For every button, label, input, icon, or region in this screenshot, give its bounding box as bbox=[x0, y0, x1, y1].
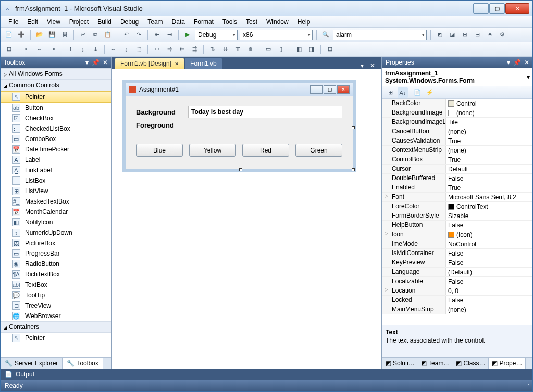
toolbox-item-tooltip[interactable]: 💬ToolTip bbox=[1, 290, 111, 300]
align-center-icon[interactable]: ↔ bbox=[34, 44, 45, 55]
toolbox-item-checkbox[interactable]: ☑CheckBox bbox=[1, 113, 111, 123]
button-red[interactable]: Red bbox=[242, 144, 289, 157]
designer-canvas[interactable]: Assignment#1 — ▢ ✕ Background Today is b… bbox=[112, 69, 381, 369]
menu-debug[interactable]: Debug bbox=[117, 17, 142, 27]
label-background[interactable]: Background bbox=[136, 108, 188, 116]
property-value[interactable]: False bbox=[446, 174, 532, 183]
tb-icon-2[interactable]: ◪ bbox=[447, 30, 457, 40]
pin-icon[interactable]: ▾ bbox=[507, 59, 510, 66]
toolbox-item-picturebox[interactable]: 🖼PictureBox bbox=[1, 238, 111, 248]
toolbox-item-webbrowser[interactable]: 🌐WebBrowser bbox=[1, 311, 111, 321]
property-value[interactable]: Control bbox=[446, 99, 532, 108]
property-row[interactable]: ImeModeNoControl bbox=[382, 239, 532, 249]
send-back-icon[interactable]: ◨ bbox=[306, 44, 317, 55]
property-row[interactable]: LockedFalse bbox=[382, 296, 532, 305]
toolbox-item-progressbar[interactable]: ▭ProgressBar bbox=[1, 248, 111, 259]
menu-help[interactable]: Help bbox=[294, 17, 314, 27]
pin-icon[interactable]: ▾ bbox=[85, 59, 89, 66]
property-value[interactable]: (none) bbox=[446, 108, 532, 117]
pane-tab[interactable]: 🔧Toolbox bbox=[62, 358, 103, 369]
properties-grid[interactable]: BackColorControlBackgroundImage(none)Bac… bbox=[382, 99, 532, 325]
tb-icon-5[interactable]: ✷ bbox=[485, 30, 495, 40]
pin-icon[interactable]: 📌 bbox=[92, 59, 100, 66]
new-project-icon[interactable]: 📄 bbox=[4, 30, 14, 40]
redo-icon[interactable]: ↷ bbox=[133, 30, 144, 40]
start-debug-icon[interactable]: ▶ bbox=[182, 30, 193, 40]
save-icon[interactable]: 💾 bbox=[47, 30, 57, 40]
property-value[interactable]: Tile bbox=[446, 118, 532, 127]
toolbox-tree[interactable]: ▷All Windows Forms◢Common Controls↖Point… bbox=[1, 68, 111, 357]
property-row[interactable]: BackgroundImageLaTile bbox=[382, 118, 532, 127]
doc-tabs-close-icon[interactable]: ✕ bbox=[367, 62, 378, 69]
resize-grip-icon[interactable]: ⋰ bbox=[524, 383, 528, 389]
center-v-icon[interactable]: ▯ bbox=[276, 44, 286, 55]
menu-test[interactable]: Test bbox=[242, 17, 261, 27]
property-value[interactable]: (Default) bbox=[446, 268, 532, 276]
same-size-icon[interactable]: ⬚ bbox=[133, 44, 144, 55]
property-row[interactable]: EnabledTrue bbox=[382, 183, 532, 193]
close-pane-icon[interactable]: ✕ bbox=[524, 59, 529, 66]
copy-icon[interactable]: ⧉ bbox=[90, 30, 101, 40]
property-value[interactable]: False bbox=[446, 296, 532, 305]
pane-tab[interactable]: ◩Team… bbox=[418, 358, 453, 369]
pane-tab[interactable]: ◩Prope… bbox=[488, 358, 526, 369]
property-row[interactable]: BackgroundImage(none) bbox=[382, 108, 532, 118]
menu-build[interactable]: Build bbox=[94, 17, 115, 27]
property-value[interactable]: False bbox=[446, 277, 532, 286]
toolbox-item-maskedtextbox[interactable]: #_MaskedTextBox bbox=[1, 196, 111, 207]
toolbox-item-linklabel[interactable]: A̲LinkLabel bbox=[1, 165, 111, 175]
button-blue[interactable]: Blue bbox=[136, 144, 183, 157]
align-middle-icon[interactable]: ↕ bbox=[78, 44, 88, 55]
toolbox-item-notifyicon[interactable]: ◧NotifyIcon bbox=[1, 217, 111, 227]
pane-tab[interactable]: 🔧Server Explorer bbox=[1, 358, 62, 369]
menu-format[interactable]: Format bbox=[190, 17, 217, 27]
toolbox-group[interactable]: ◢Containers bbox=[1, 321, 111, 333]
add-item-icon[interactable]: ➕ bbox=[16, 30, 27, 40]
save-all-icon[interactable]: 🗄 bbox=[59, 30, 70, 40]
center-h-icon[interactable]: ▭ bbox=[263, 44, 274, 55]
property-row[interactable]: Language(Default) bbox=[382, 268, 532, 277]
toolbox-group[interactable]: ◢Common Controls bbox=[1, 80, 111, 91]
property-value[interactable]: False bbox=[446, 258, 532, 267]
property-value[interactable]: False bbox=[446, 249, 532, 258]
document-tab[interactable]: Form1.vb [Design]✕ bbox=[115, 58, 184, 69]
toolbox-item-checkedlistbox[interactable]: ⋮≡CheckedListBox bbox=[1, 123, 111, 134]
hspace-remove-icon[interactable]: ⇶ bbox=[189, 44, 200, 55]
property-row[interactable]: ControlBoxTrue bbox=[382, 155, 532, 165]
tb-icon-3[interactable]: ⊞ bbox=[460, 30, 470, 40]
toolbox-item-richtextbox[interactable]: ¶ARichTextBox bbox=[1, 269, 111, 280]
property-row[interactable]: IsMdiContainerFalse bbox=[382, 249, 532, 258]
button-green[interactable]: Green bbox=[295, 144, 342, 157]
toolbox-item-numericupdown[interactable]: ↕NumericUpDown bbox=[1, 227, 111, 238]
property-row[interactable]: BackColorControl bbox=[382, 99, 532, 108]
property-value[interactable]: False bbox=[446, 221, 532, 230]
label-foreground[interactable]: Foreground bbox=[136, 121, 188, 129]
property-value[interactable]: 0, 0 bbox=[446, 286, 532, 295]
navigate-fwd-icon[interactable]: ⇥ bbox=[164, 30, 175, 40]
vspace-remove-icon[interactable]: ⤊ bbox=[245, 44, 255, 55]
align-right-icon[interactable]: ⇥ bbox=[47, 44, 57, 55]
tb-icon-4[interactable]: ⊟ bbox=[472, 30, 482, 40]
same-width-icon[interactable]: ↔ bbox=[108, 44, 119, 55]
property-row[interactable]: ContextMenuStrip(none) bbox=[382, 146, 532, 155]
hspace-inc-icon[interactable]: ⇉ bbox=[164, 44, 175, 55]
close-pane-icon[interactable]: ✕ bbox=[103, 59, 108, 66]
menu-edit[interactable]: Edit bbox=[23, 17, 42, 27]
maximize-button[interactable]: ▢ bbox=[489, 3, 505, 14]
property-value[interactable]: NoControl bbox=[446, 239, 532, 248]
paste-icon[interactable]: 📋 bbox=[103, 30, 113, 40]
align-bottom-icon[interactable]: ⤓ bbox=[90, 44, 101, 55]
property-row[interactable]: CausesValidationTrue bbox=[382, 136, 532, 146]
menu-window[interactable]: Window bbox=[263, 17, 292, 27]
form-designer[interactable]: Assignment#1 — ▢ ✕ Background Today is b… bbox=[122, 80, 356, 172]
menu-team[interactable]: Team bbox=[144, 17, 166, 27]
output-tab[interactable]: 📄 Output bbox=[1, 369, 532, 380]
property-value[interactable]: (Icon) bbox=[446, 230, 532, 239]
undo-icon[interactable]: ↶ bbox=[121, 30, 131, 40]
toolbox-group[interactable]: ▷All Windows Forms bbox=[1, 68, 111, 80]
property-row[interactable]: CursorDefault bbox=[382, 165, 532, 174]
pane-tab[interactable]: ◩Soluti… bbox=[382, 358, 418, 369]
property-row[interactable]: ▷FontMicrosoft Sans Serif, 8.2 bbox=[382, 193, 532, 202]
tb-icon-6[interactable]: ⚙ bbox=[497, 30, 507, 40]
toolbox-item-monthcalendar[interactable]: 📅MonthCalendar bbox=[1, 207, 111, 217]
